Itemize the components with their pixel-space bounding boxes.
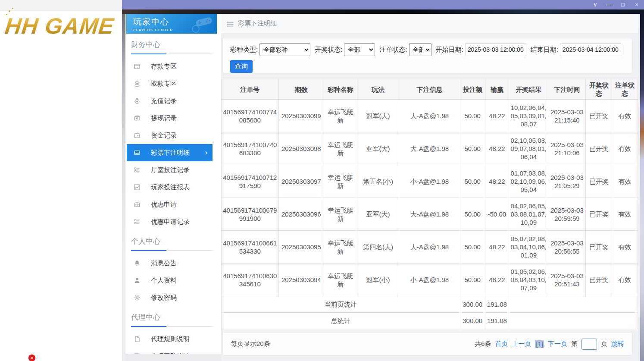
doc-icon [134,336,141,342]
table-cell: 第四名(大) [357,231,399,264]
table-cell: 50.00 [460,198,485,231]
sidebar-item[interactable]: 玩家投注报表 [127,179,213,196]
draw-status-label: 开奖状态: [315,46,342,54]
table-cell: 2025-03-03 21:10:06 [548,132,586,165]
maximize-icon[interactable]: □ [619,0,627,9]
sidebar-item-label: 存款专区 [151,63,213,71]
jump-action-link[interactable]: 跳转 [611,340,624,348]
user-icon [134,277,141,284]
table-cell: 大-A盘@1.98 [399,198,460,231]
table-cell: 10,02,06,04,05,03,09,01,08,07 [509,100,548,132]
background-page: HH GAME ✕ [0,0,122,361]
table-cell: 50.00 [460,132,485,165]
sidebar-item-label: 代理规则说明 [151,335,213,343]
bet-status-select[interactable]: 全部 [409,43,431,56]
table-cell: 2025-03-03 20:51:43 [548,264,586,296]
query-button[interactable]: 查询 [230,60,253,73]
draw-status-select[interactable]: 全部 [344,43,375,56]
section-underline [131,326,213,327]
sidebar-item-label: 消息公告 [151,259,213,267]
sidebar-item-label: 优惠申请记录 [151,218,213,226]
sidebar-item[interactable]: 厅室投注记录 [127,161,213,179]
table-cell: 48.22 [485,165,509,198]
prev-page-link[interactable]: 上一页 [512,340,531,348]
table-cell: 01,07,03,08,02,10,09,06,05,04 [509,165,548,198]
summary-win-total: 191.08 [485,313,509,329]
table-cell: 20250303096 [278,198,324,231]
error-icon: ✕ [28,355,35,361]
chevron-down-icon[interactable]: ∨ [591,0,599,9]
end-date-input[interactable] [560,43,621,56]
sidebar-item[interactable]: 代理团队统计 [127,348,213,354]
next-page-link[interactable]: 下一页 [548,340,567,348]
sidebar-item[interactable]: 取款专区 [127,75,213,92]
table-cell: 有效 [612,264,638,296]
sidebar-header: 玩家中心 PLAYERS CENTER [126,14,217,34]
promo-record-icon [134,218,141,225]
table-cell: 有效 [612,132,638,165]
column-header: 注单状态 [612,79,638,100]
sidebar-item-label: 充值记录 [151,97,213,105]
sidebar-item-label: 彩票下注明细 [151,149,205,157]
sidebar-item[interactable]: 存款专区 [127,58,213,75]
app-window: ∨—□× 玩家中心 PLAYERS CENTER 财务中心存款专区取款专区充值记… [122,0,644,361]
column-header: 玩法 [357,79,399,100]
table-cell: 401569174100679991900 [222,198,279,231]
jump-prefix-label: 第 [571,340,578,348]
end-date-label: 结束日期: [531,46,558,54]
table-cell: 401569174100661534330 [222,231,279,264]
table-cell: 小-A盘@1.98 [399,165,460,198]
sidebar-item[interactable]: 个人资料 [127,272,213,289]
table-cell: 01,05,02,06,08,04,03,10,07,09 [509,264,548,296]
table-cell: 第五名(小) [357,165,399,198]
content-topbar: 彩票下注明细 [221,14,638,33]
table-cell: 02,10,05,03,09,07,08,01,06,04 [509,132,548,165]
recharge-icon [134,97,141,104]
sidebar-item[interactable]: 消息公告 [127,254,213,272]
lottery-type-select[interactable]: 全部彩种 [259,43,310,56]
table-row: 40156917410067999190020250303096幸运飞艇新亚军(… [222,198,638,231]
page-title: 彩票下注明细 [238,19,277,28]
minimize-icon[interactable]: — [605,0,613,9]
table-cell: 亚军(大) [357,198,399,231]
column-header: 下注信息 [399,79,460,100]
section-underline [131,53,213,54]
start-date-input[interactable] [465,43,526,56]
sidebar-item-label: 个人资料 [151,276,213,285]
table-cell: 50.00 [460,231,485,264]
window-dark-strip [122,9,644,14]
sidebar-item[interactable]: 优惠申请记录 [127,213,213,230]
close-icon[interactable]: × [633,0,641,9]
sidebar-item[interactable]: 充值记录 [127,92,213,110]
table-cell: -50.00 [485,198,509,231]
summary-row: 当前页统计300.00191.08 [222,296,638,313]
table-cell: 冠军(大) [357,100,399,132]
sidebar-item[interactable]: 优惠申请 [127,196,213,213]
summary-bet-total: 300.00 [460,313,485,329]
page-jump-input[interactable] [581,339,597,350]
lottery-type-label: 彩种类型: [230,46,258,54]
summary-bet-total: 300.00 [460,296,485,313]
sidebar-item[interactable]: 资金记录 [127,127,213,144]
sidebar-item[interactable]: 修改密码 [127,289,213,306]
sidebar-item[interactable]: 提现记录 [127,110,213,127]
background-top-strip [0,0,122,11]
gear-icon [134,294,141,301]
sidebar-item-label: 提现记录 [151,114,213,122]
sidebar-item[interactable]: 彩票下注明细› [127,144,213,161]
sidebar-item[interactable]: 代理规则说明 [127,330,213,348]
section-title: 个人中心 [125,230,221,250]
brand-logo[interactable]: HH GAME [5,13,134,43]
column-header: 期数 [278,79,324,100]
table-cell: 已开奖 [586,198,612,231]
filter-panel: 彩种类型: 全部彩种 开奖状态: 全部 注单状态: 全部 开始日期: 结束日期 [222,38,632,73]
hamburger-icon[interactable] [227,21,234,26]
table-cell: 50.00 [460,165,485,198]
main-content: 彩票下注明细 彩种类型: 全部彩种 开奖状态: 全部 注单状态: 全部 开始日 [221,14,638,361]
first-page-link[interactable]: 首页 [495,340,508,348]
jump-suffix-label: 页 [601,340,607,348]
table-cell: 大-A盘@1.98 [399,132,460,165]
column-header: 注单号 [222,79,279,100]
sidebar-item-label: 玩家投注报表 [151,183,213,191]
table-cell: 50.00 [460,264,485,296]
